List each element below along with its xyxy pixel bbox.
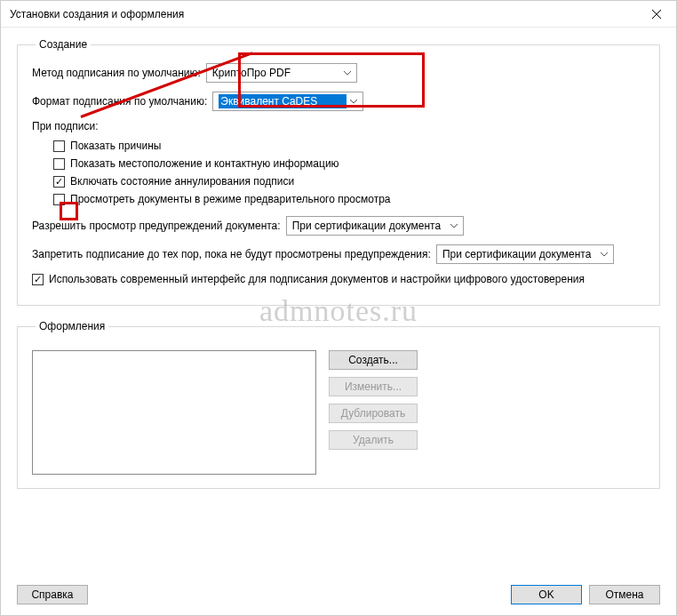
duplicate-button: Дублировать xyxy=(329,404,418,423)
chevron-down-icon xyxy=(346,100,361,104)
edit-button: Изменить... xyxy=(329,377,418,396)
checkbox-revocation[interactable] xyxy=(53,176,65,188)
help-button[interactable]: Справка xyxy=(17,585,88,604)
method-label: Метод подписания по умолчанию: xyxy=(32,67,201,79)
label-preview: Просмотреть документы в режиме предварит… xyxy=(70,193,391,205)
method-select[interactable]: КриптоПро PDF xyxy=(206,63,357,83)
format-select[interactable]: Эквивалент CaDES xyxy=(212,92,363,111)
creation-group: Создание Метод подписания по умолчанию: … xyxy=(17,38,660,306)
appearance-listbox[interactable] xyxy=(32,350,316,475)
format-label: Формат подписания по умолчанию: xyxy=(32,95,207,108)
create-button[interactable]: Создать... xyxy=(329,350,418,370)
creation-legend: Создание xyxy=(36,38,91,51)
close-button[interactable] xyxy=(636,1,676,28)
allow-warn-select[interactable]: При сертификации документа xyxy=(286,216,464,236)
cancel-button[interactable]: Отмена xyxy=(589,585,660,604)
content-area: Создание Метод подписания по умолчанию: … xyxy=(1,28,676,489)
label-modern-ui: Использовать современный интерфейс для п… xyxy=(49,273,585,285)
delete-button: Удалить xyxy=(329,430,418,450)
appearance-legend: Оформления xyxy=(36,320,108,332)
label-location: Показать местоположение и контактную инф… xyxy=(70,157,339,170)
appearance-group: Оформления Создать... Изменить... Дублир… xyxy=(17,320,660,489)
titlebar: Установки создания и оформления xyxy=(1,1,676,28)
checkbox-modern-ui[interactable] xyxy=(32,274,44,285)
checkbox-preview[interactable] xyxy=(53,194,65,205)
ok-button[interactable]: OK xyxy=(511,585,582,604)
checkbox-reasons[interactable] xyxy=(53,140,65,152)
footer: Справка OK Отмена xyxy=(17,585,660,604)
method-value: КриптоПро PDF xyxy=(212,67,340,79)
allow-warn-label: Разрешить просмотр предупреждений докуме… xyxy=(32,220,281,232)
chevron-down-icon xyxy=(597,252,611,257)
allow-warn-value: При сертификации документа xyxy=(292,220,447,232)
chevron-down-icon xyxy=(447,224,461,228)
prevent-sign-label: Запретить подписание до тех пор, пока не… xyxy=(32,248,431,260)
checkbox-location[interactable] xyxy=(53,158,65,170)
window-title: Установки создания и оформления xyxy=(10,8,184,20)
on-sign-label: При подписи: xyxy=(32,120,645,132)
label-reasons: Показать причины xyxy=(70,140,161,152)
close-icon xyxy=(652,10,661,19)
label-revocation: Включать состояние аннулирования подписи xyxy=(70,175,294,188)
format-value: Эквивалент CaDES xyxy=(219,94,346,108)
chevron-down-icon xyxy=(340,71,354,76)
prevent-sign-select[interactable]: При сертификации документа xyxy=(436,244,614,264)
prevent-sign-value: При сертификации документа xyxy=(442,248,597,260)
